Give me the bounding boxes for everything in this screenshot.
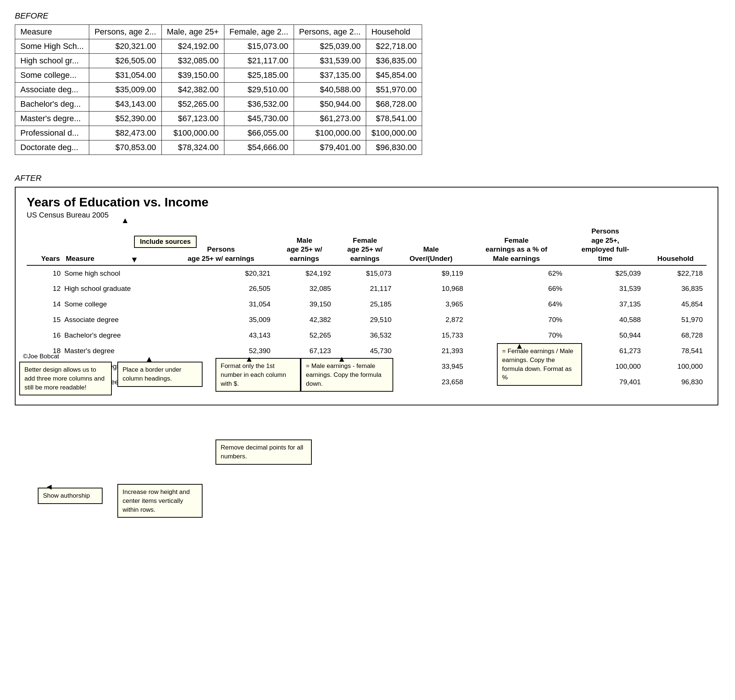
before-table-cell: $100,000.00: [161, 126, 224, 140]
before-table-cell: $21,117.00: [224, 54, 293, 68]
before-table-row: Associate deg...$35,009.00$42,382.00$29,…: [15, 82, 422, 97]
before-table-cell: $70,853.00: [89, 140, 161, 155]
after-table-cell: 37,135: [566, 296, 645, 312]
after-table-row: 18Master's degree52,39067,12345,73021,39…: [26, 343, 707, 359]
after-section: Years of Education vs. Income US Census …: [15, 187, 718, 405]
after-table-cell: 51,970: [645, 312, 707, 328]
after-table-cell: 100,000: [645, 359, 707, 374]
col-male-earnings: Maleage 25+ w/earnings: [274, 225, 334, 265]
before-table-row: Some college...$31,054.00$39,150.00$25,1…: [15, 68, 422, 82]
after-table-cell: 35,009: [168, 312, 274, 328]
after-table-cell: 43,143: [168, 328, 274, 343]
after-table-cell: 25,185: [335, 296, 395, 312]
after-table-cell: 96,830: [645, 374, 707, 390]
include-sources-button[interactable]: Include sources: [134, 236, 197, 248]
before-col-female: Female, age 2...: [224, 25, 293, 39]
callout-border-under: Place a border under column headings.: [117, 362, 202, 387]
after-table-cell: 23,658: [395, 374, 467, 390]
after-table-cell: $25,039: [566, 265, 645, 281]
after-header-row: Years Measure Personsage 25+ w/ earnings…: [26, 225, 707, 265]
before-table-cell: $52,265.00: [161, 97, 224, 112]
before-table-cell: $100,000.00: [293, 126, 366, 140]
callout-format-1st: Format only the 1st number in each colum…: [216, 358, 301, 392]
after-table-cell: 15: [26, 312, 63, 328]
after-table-cell: $9,119: [395, 265, 467, 281]
callout-row-height: Increase row height and center items ver…: [117, 484, 202, 518]
before-table-cell: $68,728.00: [366, 97, 422, 112]
before-table-cell: $22,718.00: [366, 39, 422, 54]
after-table-cell: High school graduate: [63, 281, 168, 296]
arrow-down-indicator: ▼: [131, 255, 138, 265]
after-title: Years of Education vs. Income: [26, 195, 707, 209]
arrow-male-female-indicator: ▲: [338, 354, 346, 364]
col-male-over: MaleOver/(Under): [395, 225, 467, 265]
after-label: AFTER: [15, 174, 720, 183]
after-table-cell: 36,835: [645, 281, 707, 296]
before-table-cell: $54,666.00: [224, 140, 293, 155]
before-section: BEFORE Measure Persons, age 2... Male, a…: [15, 11, 720, 155]
before-table-cell: Some High Sch...: [15, 39, 89, 54]
after-table-cell: 33,945: [395, 359, 467, 374]
callout-female-pct: = Female earnings / Male earnings. Copy …: [497, 343, 582, 386]
before-table-cell: $79,401.00: [293, 140, 366, 155]
before-table-cell: $20,321.00: [89, 39, 161, 54]
after-table-cell: 10: [26, 265, 63, 281]
after-table-cell: 45,854: [645, 296, 707, 312]
before-col-household: Household: [366, 25, 422, 39]
arrow-format-indicator: ▲: [245, 354, 253, 364]
before-table-cell: $78,541.00: [366, 112, 422, 126]
after-table-cell: 32,085: [274, 281, 334, 296]
before-table-cell: $51,970.00: [366, 82, 422, 97]
after-table-cell: 52,265: [274, 328, 334, 343]
after-table-cell: $24,192: [274, 265, 334, 281]
after-table-cell: 31,054: [168, 296, 274, 312]
after-table-cell: 50,944: [566, 328, 645, 343]
before-table-cell: $61,273.00: [293, 112, 366, 126]
before-table-cell: $35,009.00: [89, 82, 161, 97]
after-table-cell: 70%: [467, 328, 566, 343]
before-table-cell: $36,532.00: [224, 97, 293, 112]
before-table-cell: $40,588.00: [293, 82, 366, 97]
before-table-row: High school gr...$26,505.00$32,085.00$21…: [15, 54, 422, 68]
before-table-cell: $45,730.00: [224, 112, 293, 126]
col-years: Years: [26, 225, 63, 265]
before-table-cell: $15,073.00: [224, 39, 293, 54]
after-table-cell: 68,728: [645, 328, 707, 343]
before-table-cell: $67,123.00: [161, 112, 224, 126]
after-table-cell: $15,073: [335, 265, 395, 281]
after-table-row: 12High school graduate26,50532,08521,117…: [26, 281, 707, 296]
callout-remove-decimal: Remove decimal points for all numbers.: [216, 440, 312, 465]
before-table-cell: Master's degre...: [15, 112, 89, 126]
after-table-row: 15Associate degree35,00942,38229,5102,87…: [26, 312, 707, 328]
after-table-cell: 10,968: [395, 281, 467, 296]
after-table-cell: 3,965: [395, 296, 467, 312]
before-table-cell: $50,944.00: [293, 97, 366, 112]
before-col-measure: Measure: [15, 25, 89, 39]
after-table-cell: 12: [26, 281, 63, 296]
after-table-cell: $20,321: [168, 265, 274, 281]
after-table-cell: 31,539: [566, 281, 645, 296]
before-table-cell: $24,192.00: [161, 39, 224, 54]
after-table-cell: 66%: [467, 281, 566, 296]
before-table-cell: $52,390.00: [89, 112, 161, 126]
arrow-up-indicator: ▲: [121, 216, 129, 225]
after-table-cell: Some college: [63, 296, 168, 312]
after-table-cell: 21,117: [335, 281, 395, 296]
before-table-cell: $36,835.00: [366, 54, 422, 68]
after-table-cell: 21,393: [395, 343, 467, 359]
after-table-cell: 70%: [467, 312, 566, 328]
before-table-cell: $25,185.00: [224, 68, 293, 82]
after-table-row: 10Some high school$20,321$24,192$15,073$…: [26, 265, 707, 281]
before-table-cell: Some college...: [15, 68, 89, 82]
after-table-cell: 40,588: [566, 312, 645, 328]
after-table-cell: 42,382: [274, 312, 334, 328]
before-table: Measure Persons, age 2... Male, age 25+ …: [15, 25, 422, 155]
before-table-cell: $42,382.00: [161, 82, 224, 97]
arrow-authorship-indicator: ◄: [45, 482, 53, 492]
before-table-cell: $43,143.00: [89, 97, 161, 112]
before-table-cell: $96,830.00: [366, 140, 422, 155]
col-female-earnings: Femaleage 25+ w/earnings: [335, 225, 395, 265]
col-persons-fulltime: Personsage 25+,employed full-time: [566, 225, 645, 265]
before-table-cell: $31,054.00: [89, 68, 161, 82]
before-table-row: Professional d...$82,473.00$100,000.00$6…: [15, 126, 422, 140]
